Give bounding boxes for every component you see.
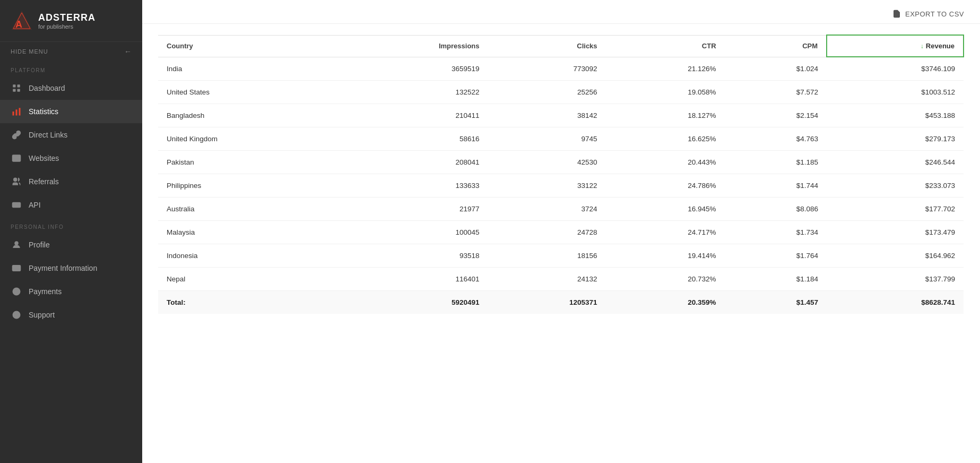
- cell-ctr: 21.126%: [606, 57, 725, 81]
- sidebar: A ADSTERRA for publishers HIDE MENU ← PL…: [0, 0, 142, 463]
- export-csv-label: EXPORT TO CSV: [905, 10, 964, 18]
- table-body: India 3659519 773092 21.126% $1.024 $374…: [158, 57, 964, 291]
- totals-label: Total:: [158, 291, 336, 314]
- cell-country: Nepal: [158, 268, 336, 291]
- table-row: United Kingdom 58616 9745 16.625% $4.763…: [158, 127, 964, 151]
- sidebar-item-support-label: Support: [29, 311, 55, 319]
- svg-rect-5: [13, 89, 15, 92]
- sidebar-item-direct-links[interactable]: Direct Links: [0, 123, 142, 147]
- cell-country: United Kingdom: [158, 127, 336, 151]
- sidebar-item-profile[interactable]: Profile: [0, 233, 142, 256]
- cell-cpm: $1.734: [725, 221, 827, 244]
- cell-clicks: 3724: [488, 198, 606, 221]
- logo-text: ADSTERRA for publishers: [38, 12, 96, 30]
- hide-menu-row: HIDE MENU ←: [0, 41, 142, 60]
- cell-impressions: 21977: [336, 198, 488, 221]
- totals-ctr: 20.359%: [606, 291, 725, 314]
- cell-clicks: 9745: [488, 127, 606, 151]
- hide-menu-arrow-icon[interactable]: ←: [124, 47, 132, 56]
- cell-cpm: $8.086: [725, 198, 827, 221]
- cell-revenue: $173.479: [827, 221, 964, 244]
- cell-clicks: 18156: [488, 244, 606, 268]
- totals-revenue: $8628.741: [827, 291, 964, 314]
- payments-icon: [11, 287, 22, 296]
- cell-ctr: 24.786%: [606, 174, 725, 198]
- table-row: Bangladesh 210411 38142 18.127% $2.154 $…: [158, 104, 964, 127]
- cell-country: Pakistan: [158, 151, 336, 174]
- cell-country: India: [158, 57, 336, 81]
- cell-cpm: $4.763: [725, 127, 827, 151]
- sidebar-item-referrals[interactable]: Referrals: [0, 170, 142, 193]
- export-csv-button[interactable]: EXPORT TO CSV: [892, 10, 964, 18]
- cell-revenue: $246.544: [827, 151, 964, 174]
- svg-text:A: A: [15, 19, 22, 30]
- cell-country: Australia: [158, 198, 336, 221]
- table-row: Indonesia 93518 18156 19.414% $1.764 $16…: [158, 244, 964, 268]
- svg-point-12: [14, 178, 17, 181]
- cell-ctr: 20.443%: [606, 151, 725, 174]
- sidebar-item-support[interactable]: Support: [0, 303, 142, 327]
- cell-cpm: $1.764: [725, 244, 827, 268]
- svg-rect-9: [19, 108, 21, 115]
- statistics-icon: [11, 107, 22, 116]
- payment-info-icon: [11, 263, 22, 273]
- col-clicks: Clicks: [488, 35, 606, 57]
- adsterra-logo-icon: A: [11, 10, 33, 32]
- cell-clicks: 24728: [488, 221, 606, 244]
- table-footer: Total: 5920491 1205371 20.359% $1.457 $8…: [158, 291, 964, 314]
- table-row: Australia 21977 3724 16.945% $8.086 $177…: [158, 198, 964, 221]
- statistics-table: Country Impressions Clicks CTR CPM: [158, 35, 964, 314]
- cell-country: Malaysia: [158, 221, 336, 244]
- table-row: Philippines 133633 33122 24.786% $1.744 …: [158, 174, 964, 198]
- sidebar-item-payments[interactable]: Payments: [0, 280, 142, 303]
- cell-clicks: 25256: [488, 81, 606, 104]
- cell-ctr: 24.717%: [606, 221, 725, 244]
- support-icon: [11, 310, 22, 320]
- cell-revenue: $1003.512: [827, 81, 964, 104]
- api-icon: [11, 200, 22, 210]
- cell-impressions: 93518: [336, 244, 488, 268]
- table-row: Nepal 116401 24132 20.732% $1.184 $137.7…: [158, 268, 964, 291]
- cell-impressions: 133633: [336, 174, 488, 198]
- cell-clicks: 33122: [488, 174, 606, 198]
- cell-impressions: 116401: [336, 268, 488, 291]
- svg-rect-8: [16, 109, 18, 115]
- cell-ctr: 20.732%: [606, 268, 725, 291]
- sidebar-item-websites[interactable]: Websites: [0, 147, 142, 170]
- main-content: EXPORT TO CSV Country Impressions Clicks…: [142, 0, 980, 463]
- cell-revenue: $233.073: [827, 174, 964, 198]
- logo-area: A ADSTERRA for publishers: [0, 0, 142, 41]
- sidebar-item-referrals-label: Referrals: [29, 177, 59, 186]
- totals-cpm: $1.457: [725, 291, 827, 314]
- cell-clicks: 773092: [488, 57, 606, 81]
- sidebar-item-dashboard[interactable]: Dashboard: [0, 76, 142, 100]
- cell-clicks: 38142: [488, 104, 606, 127]
- cell-clicks: 24132: [488, 268, 606, 291]
- cell-ctr: 16.945%: [606, 198, 725, 221]
- dashboard-icon: [11, 83, 22, 93]
- col-revenue[interactable]: ↓Revenue: [827, 35, 964, 57]
- table-row: United States 132522 25256 19.058% $7.57…: [158, 81, 964, 104]
- sidebar-item-payment-information-label: Payment Information: [29, 264, 97, 272]
- sidebar-item-payments-label: Payments: [29, 287, 62, 296]
- sidebar-item-payment-information[interactable]: Payment Information: [0, 256, 142, 280]
- cell-impressions: 132522: [336, 81, 488, 104]
- svg-rect-3: [13, 84, 15, 87]
- cell-impressions: 3659519: [336, 57, 488, 81]
- cell-impressions: 100045: [336, 221, 488, 244]
- hide-menu-label: HIDE MENU: [11, 48, 48, 55]
- totals-impressions: 5920491: [336, 291, 488, 314]
- sidebar-item-direct-links-label: Direct Links: [29, 131, 67, 139]
- col-ctr: CTR: [606, 35, 725, 57]
- profile-icon: [11, 240, 22, 250]
- cell-impressions: 210411: [336, 104, 488, 127]
- svg-rect-4: [18, 84, 20, 87]
- sidebar-item-api-label: API: [29, 201, 41, 209]
- sidebar-item-api[interactable]: API: [0, 193, 142, 217]
- cell-revenue: $137.799: [827, 268, 964, 291]
- sidebar-item-statistics[interactable]: Statistics: [0, 100, 142, 123]
- referrals-icon: [11, 177, 22, 186]
- table-row: Pakistan 208041 42530 20.443% $1.185 $24…: [158, 151, 964, 174]
- totals-row: Total: 5920491 1205371 20.359% $1.457 $8…: [158, 291, 964, 314]
- col-cpm: CPM: [725, 35, 827, 57]
